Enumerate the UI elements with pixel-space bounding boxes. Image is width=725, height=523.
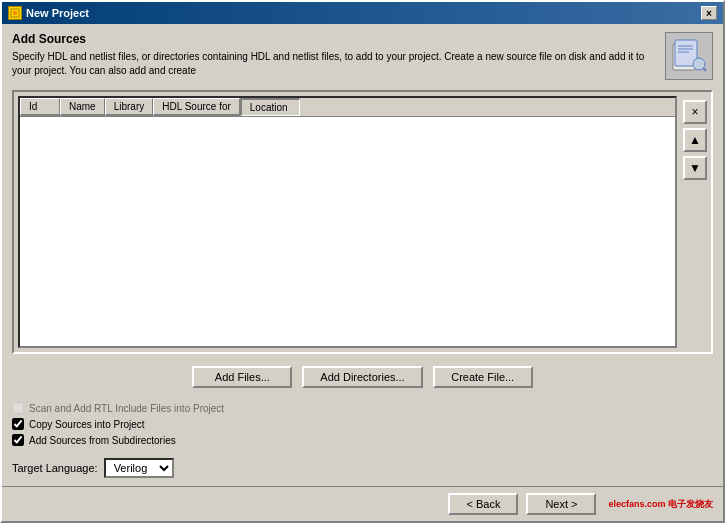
title-bar: New Project × — [2, 2, 723, 24]
header-text-block: Add Sources Specify HDL and netlist file… — [12, 32, 657, 78]
add-subdirs-row: Add Sources from Subdirectories — [12, 434, 713, 446]
section-description: Specify HDL and netlist files, or direct… — [12, 50, 657, 78]
back-button[interactable]: < Back — [448, 493, 518, 515]
add-files-button[interactable]: Add Files... — [192, 366, 292, 388]
delete-row-button[interactable]: × — [683, 100, 707, 124]
bottom-nav-bar: < Back Next > elecfans.com 电子发烧友 — [2, 486, 723, 521]
title-bar-left: New Project — [8, 6, 89, 20]
header-section: Add Sources Specify HDL and netlist file… — [12, 32, 713, 80]
table-header: Id Name Library HDL Source for Location — [20, 98, 675, 117]
add-directories-button[interactable]: Add Directories... — [302, 366, 422, 388]
close-button[interactable]: × — [701, 6, 717, 20]
copy-sources-label: Copy Sources into Project — [29, 419, 145, 430]
add-subdirs-checkbox[interactable] — [12, 434, 24, 446]
side-buttons: × ▲ ▼ — [683, 96, 707, 348]
next-button[interactable]: Next > — [526, 493, 596, 515]
header-icon — [665, 32, 713, 80]
target-language-select[interactable]: Verilog VHDL — [104, 458, 174, 478]
checkboxes-section: Scan and Add RTL Include Files into Proj… — [12, 400, 713, 448]
watermark: elecfans.com 电子发烧友 — [608, 498, 713, 511]
target-language-row: Target Language: Verilog VHDL — [12, 458, 713, 478]
copy-sources-checkbox[interactable] — [12, 418, 24, 430]
table-body — [20, 117, 675, 346]
create-file-button[interactable]: Create File... — [433, 366, 533, 388]
action-buttons-row: Add Files... Add Directories... Create F… — [12, 360, 713, 394]
scan-rtl-label: Scan and Add RTL Include Files into Proj… — [29, 403, 224, 414]
move-up-button[interactable]: ▲ — [683, 128, 707, 152]
col-hdl-source[interactable]: HDL Source for — [153, 98, 240, 116]
copy-sources-row: Copy Sources into Project — [12, 418, 713, 430]
col-library[interactable]: Library — [105, 98, 154, 116]
svg-line-8 — [703, 68, 706, 71]
move-down-button[interactable]: ▼ — [683, 156, 707, 180]
scan-rtl-row: Scan and Add RTL Include Files into Proj… — [12, 402, 713, 414]
sources-table: Id Name Library HDL Source for Location — [18, 96, 677, 348]
col-name[interactable]: Name — [60, 98, 105, 116]
main-window: New Project × Add Sources Specify HDL an… — [0, 0, 725, 523]
main-panel: Id Name Library HDL Source for Location … — [12, 90, 713, 354]
window-title: New Project — [26, 7, 89, 19]
window-icon — [8, 6, 22, 20]
section-title: Add Sources — [12, 32, 657, 46]
col-location[interactable]: Location — [240, 98, 300, 116]
scan-rtl-checkbox[interactable] — [12, 402, 24, 414]
add-subdirs-label: Add Sources from Subdirectories — [29, 435, 176, 446]
target-language-label: Target Language: — [12, 462, 98, 474]
col-id[interactable]: Id — [20, 98, 60, 116]
content-area: Add Sources Specify HDL and netlist file… — [2, 24, 723, 486]
svg-rect-1 — [13, 11, 17, 15]
